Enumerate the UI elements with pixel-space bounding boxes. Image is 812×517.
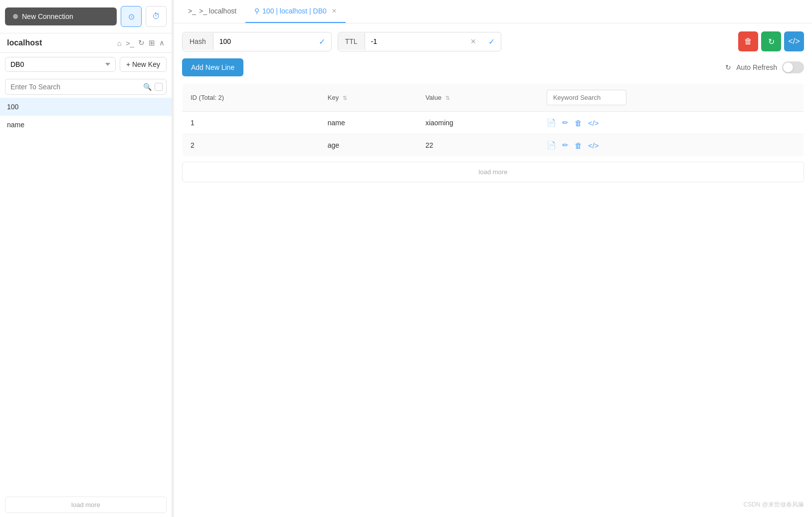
connections-icon: ⊙ [128,12,135,21]
col-actions [539,84,804,112]
cell-key: age [320,134,417,157]
value-sort-icon[interactable]: ⇅ [445,95,450,101]
recent-button[interactable]: ⏱ [146,6,167,27]
cell-value: 22 [417,134,539,157]
ttl-clear-icon[interactable]: ✕ [464,33,482,50]
ttl-field-group: TTL ✕ ✓ [338,32,501,51]
grid-icon[interactable]: ⊞ [149,38,155,47]
collapse-icon[interactable]: ∧ [159,38,165,47]
refresh-icon[interactable]: ↻ [138,38,145,47]
keyword-search-input[interactable] [547,90,626,105]
hash-field-group: Hash ✓ [182,32,332,51]
ttl-label: TTL [338,33,365,50]
code-button[interactable]: </> [784,31,804,51]
terminal-tab-icon: >_ [188,7,196,15]
cell-key: name [320,112,417,134]
hash-confirm-icon[interactable]: ✓ [313,32,331,51]
auto-refresh-section: ↻ Auto Refresh [725,61,804,73]
col-value: Value ⇅ [417,84,539,112]
tab-label: >_ localhost [199,7,236,15]
connection-dot-icon [13,14,18,19]
cell-actions: 📄 ✏ 🗑 </> [539,134,804,157]
code-row-button[interactable]: </> [588,141,599,150]
table-load-more[interactable]: load more [182,162,804,182]
col-id: ID (Total: 2) [183,84,320,112]
search-box: 🔍 [5,79,167,95]
cell-actions: 📄 ✏ 🗑 </> [539,112,804,134]
row-actions: 📄 ✏ 🗑 </> [547,118,796,127]
view-connections-button[interactable]: ⊙ [121,6,142,27]
list-item[interactable]: name [0,116,172,134]
cell-id: 2 [183,134,320,157]
search-checkbox[interactable] [155,83,163,91]
db-select[interactable]: DB0 DB1 DB2 [5,57,116,72]
ttl-confirm-icon[interactable]: ✓ [482,32,501,51]
key-sort-icon[interactable]: ⇅ [343,95,347,101]
table-row: 2 age 22 📄 ✏ 🗑 </> [183,134,804,157]
sidebar-header: New Connection ⊙ ⏱ [0,0,172,33]
ttl-value-input[interactable] [365,33,464,50]
watermark: CSDN @来世做春风嘛 [743,501,804,509]
refresh-icon: ↻ [768,37,775,46]
table-header-row: ID (Total: 2) Key ⇅ Value ⇅ [183,84,804,112]
refresh-button[interactable]: ↻ [761,31,781,51]
code-icon: </> [788,37,800,46]
key-list: 100 name [0,98,172,493]
tab-bar: >_ >_ localhost ⚲ 100 | localhost | DB0 … [174,0,812,23]
hash-tab-icon: ⚲ [254,7,259,15]
tab-label: 100 | localhost | DB0 [262,7,327,15]
tab-100-localhost-db0[interactable]: ⚲ 100 | localhost | DB0 ✕ [245,0,346,23]
search-input[interactable] [5,79,167,95]
search-icon: 🔍 [143,83,152,91]
toolbar: Add New Line ↻ Auto Refresh [182,58,804,76]
cell-id: 1 [183,112,320,134]
new-connection-label: New Connection [22,12,73,20]
main-panel: >_ >_ localhost ⚲ 100 | localhost | DB0 … [174,0,812,517]
server-icons: ⌂ >_ ↻ ⊞ ∧ [117,38,165,47]
clock-icon: ⏱ [152,12,160,21]
sidebar-load-more[interactable]: load more [5,497,167,513]
data-table: ID (Total: 2) Key ⇅ Value ⇅ [182,83,804,157]
list-item[interactable]: 100 [0,98,172,116]
delete-row-button[interactable]: 🗑 [575,141,582,150]
home-icon[interactable]: ⌂ [117,39,122,47]
tab-localhost[interactable]: >_ >_ localhost [179,0,245,23]
col-key: Key ⇅ [320,84,417,112]
view-row-button[interactable]: 📄 [547,141,556,150]
edit-row-button[interactable]: ✏ [562,141,569,150]
row-actions: 📄 ✏ 🗑 </> [547,141,796,150]
terminal-icon[interactable]: >_ [126,39,134,47]
hash-value-input[interactable] [213,33,313,50]
delete-row-button[interactable]: 🗑 [575,119,582,127]
table-row: 1 name xiaoming 📄 ✏ 🗑 </> [183,112,804,134]
cell-value: xiaoming [417,112,539,134]
trash-icon: 🗑 [744,37,752,46]
sidebar-controls: DB0 DB1 DB2 + New Key [0,53,172,76]
add-new-line-button[interactable]: Add New Line [182,58,243,76]
refresh-small-icon: ↻ [725,63,731,71]
server-name: localhost [7,38,42,47]
field-bar: Hash ✓ TTL ✕ ✓ 🗑 ↻ </> [182,31,804,51]
action-buttons: 🗑 ↻ </> [738,31,804,51]
auto-refresh-label: Auto Refresh [736,63,777,71]
new-key-button[interactable]: + New Key [120,57,167,72]
view-row-button[interactable]: 📄 [547,118,556,127]
content-area: Hash ✓ TTL ✕ ✓ 🗑 ↻ </> [174,23,812,517]
sidebar: New Connection ⊙ ⏱ localhost ⌂ >_ ↻ ⊞ ∧ … [0,0,172,517]
toggle-knob [783,62,793,72]
tab-close-button[interactable]: ✕ [332,7,337,14]
delete-button[interactable]: 🗑 [738,31,758,51]
hash-label: Hash [183,33,213,50]
server-section: localhost ⌂ >_ ↻ ⊞ ∧ [0,33,172,53]
code-row-button[interactable]: </> [588,119,599,127]
auto-refresh-toggle[interactable] [782,61,804,73]
new-connection-button[interactable]: New Connection [5,7,117,25]
edit-row-button[interactable]: ✏ [562,118,569,127]
